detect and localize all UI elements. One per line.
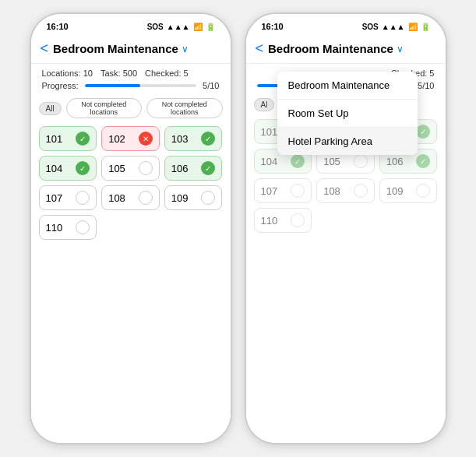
empty-circle-icon <box>416 184 430 198</box>
filter-all-right[interactable]: Al <box>254 98 275 111</box>
empty-circle-icon <box>354 154 368 168</box>
sos-label-right: SOS <box>362 23 379 31</box>
info-row-left: Locations: 10 Task: 500 Checked: 5 <box>31 64 231 79</box>
header-title-left: Bedroom Maintenance <box>53 42 178 55</box>
room-number: 108 <box>108 192 125 204</box>
check-icon: ✓ <box>416 125 430 139</box>
phones-container: 16:10 SOS ▲▲▲ 📶 🔋 < Bedroom Maintenance … <box>17 0 460 457</box>
room-item[interactable]: 107 <box>254 178 312 203</box>
filter-all-left[interactable]: All <box>39 102 62 115</box>
phone-right: 16:10 SOS ▲▲▲ 📶 🔋 < Bedroom Maintenance … <box>245 12 447 445</box>
dropdown-menu: Bedroom MaintenanceRoom Set UpHotel Park… <box>277 72 418 155</box>
check-icon: ✓ <box>291 154 305 168</box>
room-item[interactable]: 110 <box>254 208 312 233</box>
room-number: 101 <box>261 126 278 138</box>
dropdown-item[interactable]: Room Set Up <box>277 100 418 128</box>
sos-label-left: SOS <box>147 23 164 31</box>
progress-bar-left <box>85 84 197 87</box>
room-number: 105 <box>323 156 340 167</box>
empty-circle-icon <box>139 161 153 175</box>
progress-value-right: 5/10 <box>418 81 434 90</box>
check-icon: ✓ <box>201 132 215 146</box>
room-number: 104 <box>46 163 63 174</box>
progress-row-left: Progress: 5/10 <box>31 79 231 95</box>
room-number: 102 <box>108 133 125 145</box>
room-number: 101 <box>46 133 63 145</box>
header-chevron-left[interactable]: ∨ <box>182 44 189 54</box>
time-left: 16:10 <box>47 22 69 31</box>
empty-circle-icon <box>139 191 153 205</box>
header-right: < Bedroom Maintenance ∨ <box>246 34 446 64</box>
room-number: 107 <box>261 185 278 197</box>
room-number: 103 <box>171 133 189 145</box>
check-icon: ✓ <box>76 161 90 175</box>
room-item[interactable]: 109 <box>379 178 438 203</box>
battery-icon-right: 🔋 <box>421 23 430 31</box>
room-item[interactable]: 108 <box>316 178 375 203</box>
room-item[interactable]: 109 <box>164 185 223 210</box>
room-item[interactable]: 108 <box>101 185 160 210</box>
progress-fill-left <box>85 84 141 87</box>
time-right: 16:10 <box>262 22 284 31</box>
room-number: 108 <box>323 185 340 197</box>
empty-circle-icon <box>291 184 305 198</box>
room-item[interactable]: 103✓ <box>164 126 223 151</box>
battery-icon-left: 🔋 <box>206 23 215 31</box>
room-number: 106 <box>171 163 189 174</box>
phone-content-left: < Bedroom Maintenance ∨ Locations: 10 Ta… <box>31 34 231 443</box>
room-item[interactable]: 102✕ <box>101 126 160 151</box>
phone-content-right: < Bedroom Maintenance ∨ Checked: 5 5/10 … <box>246 34 446 443</box>
progress-value-left: 5/10 <box>203 81 219 90</box>
info-task: Task: 500 <box>100 69 137 78</box>
room-item[interactable]: 110 <box>39 215 97 240</box>
back-button-left[interactable]: < <box>41 40 49 57</box>
signal-icon-right: ▲▲▲ <box>382 23 405 31</box>
room-number: 110 <box>261 215 278 227</box>
header-chevron-right[interactable]: ∨ <box>397 44 404 54</box>
room-number: 109 <box>171 192 189 204</box>
wifi-icon-right: 📶 <box>408 23 418 31</box>
dropdown-item[interactable]: Hotel Parking Area <box>277 128 418 155</box>
room-item[interactable]: 105 <box>101 156 160 181</box>
rooms-grid-left: 101✓102✕103✓104✓105106✓107108109110 <box>31 123 231 243</box>
header-left: < Bedroom Maintenance ∨ <box>31 34 231 64</box>
empty-circle-icon <box>76 191 90 205</box>
room-item[interactable]: 106✓ <box>164 156 223 181</box>
room-number: 105 <box>108 163 125 174</box>
status-icons-right: SOS ▲▲▲ 📶 🔋 <box>362 23 430 31</box>
check-icon: ✓ <box>416 154 430 168</box>
dropdown-item[interactable]: Bedroom Maintenance <box>277 72 418 100</box>
status-bar-left: 16:10 SOS ▲▲▲ 📶 🔋 <box>31 14 231 34</box>
filter-not-completed2-left[interactable]: Not completed locations <box>146 98 222 118</box>
filter-not-completed-left[interactable]: Not completed locations <box>66 98 142 118</box>
check-icon: ✓ <box>201 161 215 175</box>
room-item[interactable]: 107 <box>39 185 97 210</box>
room-number: 107 <box>46 192 63 204</box>
room-item[interactable]: 104✓ <box>39 156 97 181</box>
cross-icon: ✕ <box>139 132 153 146</box>
empty-circle-icon <box>291 213 305 227</box>
status-icons-left: SOS ▲▲▲ 📶 🔋 <box>147 23 215 31</box>
signal-icon-left: ▲▲▲ <box>167 23 190 31</box>
empty-circle-icon <box>354 184 368 198</box>
status-bar-right: 16:10 SOS ▲▲▲ 📶 🔋 <box>246 14 446 34</box>
room-item[interactable]: 101✓ <box>39 126 97 151</box>
room-number: 106 <box>386 156 404 167</box>
room-number: 109 <box>386 185 404 197</box>
info-locations: Locations: 10 <box>42 69 93 78</box>
empty-circle-icon <box>201 191 215 205</box>
check-icon: ✓ <box>76 132 90 146</box>
empty-circle-icon <box>76 220 90 234</box>
wifi-icon-left: 📶 <box>193 23 203 31</box>
room-number: 110 <box>46 222 63 234</box>
progress-label: Progress: <box>42 81 79 90</box>
filters-row-left: All Not completed locations Not complete… <box>31 95 231 123</box>
header-title-right: Bedroom Maintenance <box>268 42 393 55</box>
phone-left: 16:10 SOS ▲▲▲ 📶 🔋 < Bedroom Maintenance … <box>30 12 232 445</box>
room-number: 104 <box>261 156 278 167</box>
info-checked: Checked: 5 <box>145 69 189 78</box>
back-button-right[interactable]: < <box>256 40 264 57</box>
